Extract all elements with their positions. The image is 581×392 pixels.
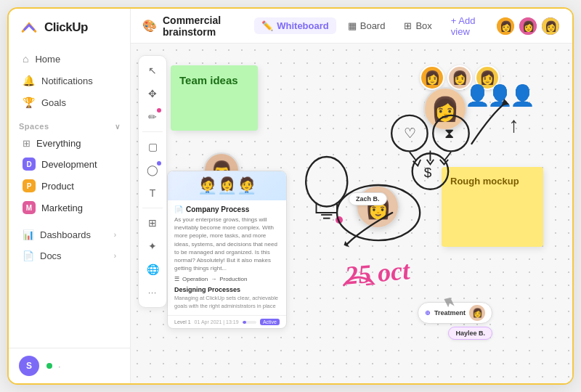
user-menu-dot: · bbox=[58, 361, 61, 372]
whiteboard-canvas[interactable]: ↖ ✥ ✏ ▢ ◯ T ⊞ ✦ 🌐 ··· bbox=[131, 44, 572, 383]
sidebar-item-notifications[interactable]: 🔔 Notifications bbox=[12, 70, 126, 91]
box-tab-icon: ⊞ bbox=[404, 20, 412, 31]
date-text: 25 oct bbox=[344, 255, 410, 291]
add-view-button[interactable]: + Add view bbox=[444, 12, 491, 40]
spaces-chevron-icon: ∨ bbox=[115, 123, 121, 131]
effects-tool[interactable]: ✦ bbox=[142, 236, 163, 256]
process-card-body: 📄 Company Process As your enterprise gro… bbox=[168, 200, 286, 315]
progress-bar bbox=[243, 321, 256, 324]
treatment-text: Treatment bbox=[434, 309, 466, 317]
sticky-note-rough-mockup[interactable]: Rough mockup bbox=[442, 167, 543, 247]
process-card-subtext: Managing at ClickUp sets clear, achievab… bbox=[174, 295, 280, 310]
arrow-right-icon: → bbox=[211, 276, 216, 282]
sidebar-other-section: 📊 Dashboards › 📄 Docs › bbox=[9, 224, 130, 266]
docs-chevron: › bbox=[114, 252, 116, 260]
sidebar-item-marketing[interactable]: M Marketing bbox=[12, 197, 126, 219]
stick-figures: 👤👤👤 bbox=[465, 83, 532, 107]
topbar-avatar-2: 👩 bbox=[518, 16, 538, 36]
zach-badge-text: Zach B. bbox=[356, 195, 380, 203]
whiteboard-tab-icon: ✏️ bbox=[261, 20, 273, 31]
toolbar-divider-2 bbox=[142, 208, 163, 208]
figure-icon-3: 👤 bbox=[510, 84, 532, 107]
progress-fill bbox=[243, 321, 247, 324]
board-tab-label: Board bbox=[360, 20, 386, 31]
process-card-footer: Level 1 01 Apr 2021 | 13:19 Active bbox=[168, 315, 286, 328]
pen-tool[interactable]: ✏ bbox=[142, 107, 163, 127]
product-dot: P bbox=[23, 179, 36, 192]
sticky-yellow-text: Rough mockup bbox=[450, 176, 519, 187]
figure-icon-2: 👤 bbox=[487, 84, 510, 107]
spaces-section-label: Spaces ∨ bbox=[9, 113, 130, 134]
bell-icon: 🔔 bbox=[23, 75, 35, 86]
svg-point-0 bbox=[306, 157, 347, 206]
home-icon: ⌂ bbox=[23, 53, 28, 65]
sidebar-home-label: Home bbox=[35, 54, 60, 65]
process-card-body-text: As your enterprise grows, things will in… bbox=[174, 216, 280, 272]
marketing-dot: M bbox=[23, 201, 36, 214]
process-card-illustration: 🧑‍💼👩‍💼🧑‍💼 bbox=[198, 176, 256, 195]
treatment-icon: ⊕ bbox=[425, 309, 431, 317]
topbar-avatar-1: 👩 bbox=[495, 16, 516, 36]
sidebar-item-product[interactable]: P Product bbox=[12, 175, 126, 197]
clickup-logo-icon bbox=[19, 17, 39, 38]
text-tool[interactable]: T bbox=[142, 183, 163, 203]
svg-point-3 bbox=[391, 115, 427, 151]
tab-board[interactable]: ▦ Board bbox=[341, 17, 393, 34]
more-tool[interactable]: ··· bbox=[142, 282, 163, 303]
circle-dot bbox=[157, 161, 161, 166]
sidebar-item-dashboards[interactable]: 📊 Dashboards › bbox=[12, 224, 126, 245]
board-tab-icon: ▦ bbox=[348, 20, 357, 31]
doc-icon: 📄 bbox=[174, 205, 183, 213]
process-card-header: 🧑‍💼👩‍💼🧑‍💼 bbox=[168, 171, 286, 200]
sidebar-item-goals[interactable]: 🏆 Goals bbox=[12, 91, 126, 113]
process-card-section: Designing Processes bbox=[174, 286, 280, 293]
process-card[interactable]: 🧑‍💼👩‍💼🧑‍💼 📄 Company Process As your ente… bbox=[167, 171, 287, 329]
haylee-badge[interactable]: Haylee B. bbox=[448, 327, 492, 340]
main-area: 🎨 Commercial brainstorm ✏️ Whiteboard ▦ … bbox=[131, 9, 572, 383]
circle-tool[interactable]: ◯ bbox=[142, 160, 163, 180]
svg-text:$: $ bbox=[424, 165, 432, 180]
development-dot: D bbox=[23, 158, 36, 171]
up-arrow-right: ↑ bbox=[508, 113, 519, 137]
hand-tool[interactable]: ✥ bbox=[142, 83, 163, 104]
sidebar-notifications-label: Notifications bbox=[41, 75, 93, 86]
sidebar-item-home[interactable]: ⌂ Home bbox=[12, 48, 126, 70]
treatment-badge[interactable]: ⊕ Treatment 👩 bbox=[418, 302, 492, 324]
tab-whiteboard[interactable]: ✏️ Whiteboard bbox=[254, 17, 336, 34]
marketing-label: Marketing bbox=[41, 203, 83, 213]
sidebar-item-everything[interactable]: ⊞ Everything bbox=[12, 134, 126, 153]
avatar-person-1: 👩 bbox=[420, 65, 444, 90]
topbar: 🎨 Commercial brainstorm ✏️ Whiteboard ▦ … bbox=[131, 9, 572, 44]
topbar-avatar-3: 👩 bbox=[540, 16, 561, 36]
user-avatar[interactable]: S bbox=[19, 356, 39, 376]
dashboard-icon: 📊 bbox=[23, 229, 34, 240]
rect-tool[interactable]: ▢ bbox=[142, 136, 163, 157]
process-card-title: 📄 Company Process bbox=[174, 205, 280, 213]
left-toolbar: ↖ ✥ ✏ ▢ ◯ T ⊞ ✦ 🌐 ··· bbox=[138, 55, 167, 308]
development-label: Development bbox=[41, 159, 97, 170]
toolbar-divider-1 bbox=[142, 131, 163, 132]
sidebar-item-docs[interactable]: 📄 Docs › bbox=[12, 245, 126, 266]
svg-text:♡: ♡ bbox=[404, 126, 416, 141]
whiteboard-tab-label: Whiteboard bbox=[277, 20, 329, 31]
logo-text: ClickUp bbox=[44, 20, 88, 35]
sidebar-item-development[interactable]: D Development bbox=[12, 153, 126, 175]
select-tool[interactable]: ↖ bbox=[142, 60, 163, 81]
sticky-note-team-ideas[interactable]: Team ideas bbox=[171, 65, 258, 131]
zach-badge[interactable]: Zach B. bbox=[349, 192, 387, 205]
sidebar-logo[interactable]: ClickUp bbox=[9, 17, 130, 48]
sidebar: ClickUp ⌂ Home 🔔 Notifications 🏆 Goals S… bbox=[9, 9, 131, 383]
globe-tool[interactable]: 🌐 bbox=[142, 259, 163, 279]
image-tool[interactable]: ⊞ bbox=[142, 213, 163, 233]
topbar-avatars: 👩 👩 👩 bbox=[495, 16, 561, 36]
dashboards-chevron: › bbox=[114, 231, 116, 239]
badge-group-haylee: ⊕ Treatment 👩 Haylee B. bbox=[418, 302, 492, 340]
sidebar-footer: S · bbox=[9, 348, 130, 383]
treatment-avatar: 👩 bbox=[469, 305, 485, 321]
person-center: 👩 bbox=[356, 185, 399, 229]
figure-icon-1: 👤 bbox=[465, 84, 487, 107]
pen-dot bbox=[157, 108, 161, 113]
docs-icon: 📄 bbox=[23, 250, 34, 261]
haylee-text: Haylee B. bbox=[455, 330, 485, 337]
tab-box[interactable]: ⊞ Box bbox=[397, 17, 439, 34]
